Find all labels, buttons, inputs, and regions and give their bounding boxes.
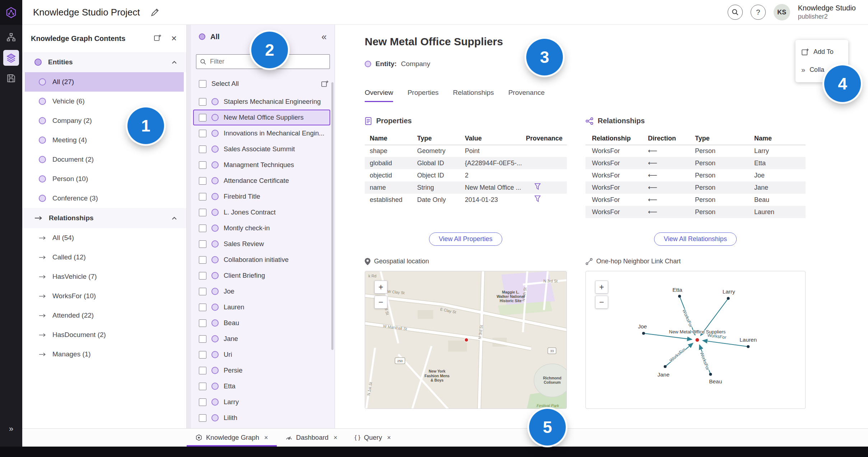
checkbox[interactable] — [199, 414, 206, 422]
list-item-selected[interactable]: New Metal Office Suppliers — [193, 110, 330, 125]
sidebar-item-entities-all[interactable]: All (27) — [25, 72, 184, 92]
checkbox[interactable] — [199, 225, 206, 232]
list-item[interactable]: L. Jones Contract — [191, 204, 335, 220]
tab-query[interactable]: { } Query × — [346, 429, 400, 447]
map-view[interactable]: N 3rd St N 3rd St N 4th St W Clay St E C… — [365, 271, 567, 409]
sidebar-item-conference[interactable]: Conference (3) — [25, 189, 184, 208]
list-item[interactable]: Lilith — [191, 410, 335, 426]
entity-link[interactable]: Etta — [754, 157, 806, 169]
sidebar-item-called[interactable]: Called (12) — [25, 248, 184, 267]
view-all-relationships-button[interactable]: View All Relationships — [654, 232, 737, 246]
relationship-link[interactable]: WorksFor — [585, 157, 648, 169]
checkbox[interactable] — [199, 177, 206, 185]
checkbox[interactable] — [199, 209, 206, 216]
close-tab-icon[interactable]: × — [387, 434, 391, 442]
view-all-properties-button[interactable]: View All Properties — [429, 232, 502, 246]
tab-provenance[interactable]: Provenance — [508, 89, 545, 102]
add-to-button[interactable]: Add To — [795, 43, 848, 61]
relationships-section-header[interactable]: Relationships — [22, 208, 186, 228]
zoom-out-button[interactable]: − — [374, 296, 387, 309]
node-jane[interactable] — [664, 365, 667, 368]
add-panel-button[interactable] — [154, 34, 162, 43]
entity-link[interactable]: Jane — [754, 181, 806, 194]
add-selection-button[interactable] — [321, 80, 329, 88]
checkbox[interactable] — [199, 319, 206, 327]
list-item[interactable]: Managment Techniques — [191, 157, 335, 173]
close-panel-button[interactable]: ✕ — [171, 34, 177, 43]
tab-properties[interactable]: Properties — [407, 89, 439, 102]
sidebar-item-manages[interactable]: Manages (1) — [25, 345, 184, 364]
list-item[interactable]: Innovations in Mechanical Engin... — [191, 125, 335, 141]
search-button[interactable] — [728, 5, 743, 20]
list-item[interactable]: Client Briefing — [191, 268, 335, 283]
checkbox[interactable] — [199, 383, 206, 390]
sidebar-item-attended[interactable]: Attended (22) — [25, 306, 184, 325]
checkbox[interactable] — [199, 146, 206, 153]
checkbox[interactable] — [199, 130, 206, 137]
entity-link[interactable]: Joe — [754, 169, 806, 181]
sidebar-item-hasvehicle[interactable]: HasVehicle (7) — [25, 267, 184, 286]
chevron-up-icon[interactable] — [172, 61, 177, 64]
entity-link[interactable]: Larry — [754, 145, 806, 157]
entity-link[interactable]: Beau — [754, 194, 806, 206]
checkbox[interactable] — [199, 240, 206, 248]
list-item[interactable]: Staplers Mechanical Engineering — [191, 94, 335, 110]
checkbox[interactable] — [199, 114, 206, 121]
sidebar-item-document[interactable]: Document (2) — [25, 150, 184, 169]
sidebar-item-hasdocument[interactable]: HasDocument (2) — [25, 325, 184, 345]
list-item[interactable]: Uri — [191, 347, 335, 363]
close-tab-icon[interactable]: × — [333, 434, 337, 442]
relationship-link[interactable]: WorksFor — [585, 206, 648, 218]
list-item[interactable]: Larry — [191, 394, 335, 410]
provenance-icon[interactable] — [535, 183, 541, 190]
zoom-in-button[interactable]: + — [595, 281, 608, 294]
select-all-checkbox[interactable] — [199, 80, 206, 88]
tab-dashboard[interactable]: Dashboard × — [277, 429, 346, 447]
list-item[interactable]: Beau — [191, 315, 335, 331]
list-item[interactable]: Collaboration initiative — [191, 252, 335, 268]
checkbox[interactable] — [199, 304, 206, 311]
scrollbar-thumb[interactable] — [331, 82, 333, 350]
hierarchy-icon-button[interactable] — [3, 29, 19, 45]
node-etta[interactable] — [678, 295, 681, 297]
list-item[interactable]: Montly check-in — [191, 220, 335, 236]
list-item[interactable]: Etta — [191, 378, 335, 394]
relationship-link[interactable]: WorksFor — [585, 145, 648, 157]
relationship-link[interactable]: WorksFor — [585, 194, 648, 206]
layers-icon-button[interactable] — [3, 50, 19, 66]
sidebar-item-person[interactable]: Person (10) — [25, 169, 184, 189]
checkbox[interactable] — [199, 161, 206, 169]
entities-section-header[interactable]: Entities — [22, 52, 186, 72]
checkbox[interactable] — [199, 398, 206, 406]
list-item[interactable]: Jane — [191, 331, 335, 347]
list-item[interactable]: Sales Associate Summit — [191, 141, 335, 157]
relationship-link[interactable]: WorksFor — [585, 181, 648, 194]
chevron-up-icon[interactable] — [172, 217, 177, 220]
sidebar-item-worksfor[interactable]: WorksFor (10) — [25, 286, 184, 306]
avatar[interactable]: KS — [774, 4, 790, 20]
provenance-icon[interactable] — [535, 195, 541, 202]
app-logo[interactable] — [0, 0, 22, 25]
zoom-out-button[interactable]: − — [595, 296, 608, 309]
expand-rail-button[interactable]: » — [0, 424, 22, 434]
entity-link[interactable]: Lauren — [754, 206, 806, 218]
edit-title-button[interactable] — [151, 8, 159, 17]
node-joe[interactable] — [642, 332, 645, 335]
node-lauren[interactable] — [747, 345, 750, 348]
list-item[interactable]: Persie — [191, 363, 335, 378]
tab-overview[interactable]: Overview — [365, 89, 393, 102]
node-larry[interactable] — [727, 297, 730, 300]
link-chart-view[interactable]: WorksFor WorksFor WorksFor WorksFor Etta… — [585, 271, 806, 409]
list-item[interactable]: Sales Review — [191, 236, 335, 252]
collapse-panel-button[interactable]: « — [322, 31, 327, 42]
relationship-link[interactable]: WorksFor — [585, 169, 648, 181]
sidebar-item-rel-all[interactable]: All (54) — [25, 228, 184, 248]
list-item[interactable]: Attendance Certificate — [191, 173, 335, 189]
save-icon-button[interactable] — [3, 70, 19, 86]
list-item[interactable]: Firebird Title — [191, 189, 335, 204]
list-item[interactable]: Lauren — [191, 299, 335, 315]
checkbox[interactable] — [199, 351, 206, 359]
checkbox[interactable] — [199, 98, 206, 106]
checkbox[interactable] — [199, 367, 206, 374]
list-item[interactable]: Joe — [191, 283, 335, 299]
